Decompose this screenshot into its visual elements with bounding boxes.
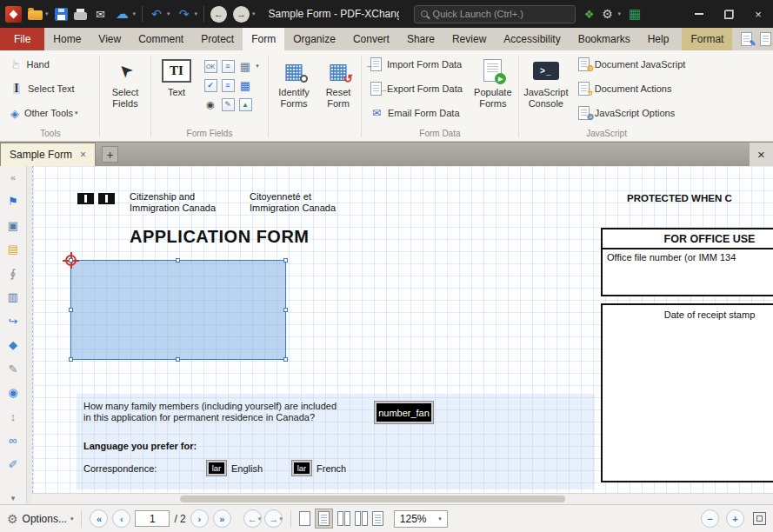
plugins-icon[interactable]: ❖ bbox=[582, 6, 597, 22]
sessions-grid-icon[interactable]: ▦ bbox=[627, 6, 643, 22]
resize-handle[interactable] bbox=[69, 308, 73, 312]
listbox-field-icon[interactable]: ≡ bbox=[222, 60, 235, 73]
select-fields-button[interactable]: ➤ Select Fields bbox=[102, 52, 149, 110]
scroll-view-button[interactable] bbox=[372, 511, 383, 526]
import-form-data-button[interactable]: → Import Form Data bbox=[363, 52, 470, 76]
resize-handle[interactable] bbox=[283, 258, 288, 263]
resize-handle[interactable] bbox=[176, 357, 180, 362]
fit-page-button[interactable] bbox=[753, 512, 766, 525]
other-tools-button[interactable]: ◈ Other Tools ▾ bbox=[3, 101, 97, 125]
hand-tool-button[interactable]: ☞ Hand bbox=[3, 52, 97, 76]
tab-format[interactable]: Format bbox=[682, 28, 732, 50]
text-field-button[interactable]: TI Text bbox=[153, 52, 200, 98]
document-javascript-button[interactable]: ⚙ Document JavaScript bbox=[571, 52, 693, 76]
two-page-view-button[interactable] bbox=[337, 511, 350, 526]
language-english-field[interactable]: lar bbox=[207, 461, 226, 475]
nav-back-icon[interactable]: ← bbox=[210, 6, 227, 23]
identify-forms-button[interactable]: ▦ Identify Forms bbox=[270, 52, 317, 110]
reset-form-button[interactable]: ▦↺ Reset Form bbox=[317, 52, 359, 110]
language-french-field[interactable]: lar bbox=[292, 461, 311, 475]
zoom-select[interactable]: 125% ▾ bbox=[394, 510, 448, 528]
email-icon[interactable]: ✉ bbox=[93, 6, 109, 22]
options-gear-icon[interactable]: ⚙ bbox=[7, 512, 18, 526]
resize-handle[interactable] bbox=[283, 308, 288, 312]
javascript-options-button[interactable]: ⚙ JavaScript Options bbox=[571, 101, 693, 125]
tab-bookmarks[interactable]: Bookmarks bbox=[570, 28, 639, 50]
print-icon[interactable] bbox=[74, 12, 87, 20]
first-page-button[interactable]: « bbox=[90, 509, 108, 528]
tab-file[interactable]: File bbox=[0, 28, 44, 50]
previous-page-button[interactable]: ‹ bbox=[112, 509, 130, 528]
settings-gear-icon[interactable]: ⚙ bbox=[600, 6, 616, 22]
tab-convert[interactable]: Convert bbox=[344, 28, 398, 50]
populate-forms-button[interactable]: ▶ Populate Forms bbox=[470, 52, 516, 110]
nav-forward-icon[interactable]: → bbox=[233, 6, 250, 23]
resize-handle[interactable] bbox=[69, 258, 73, 263]
resize-handle[interactable] bbox=[176, 258, 180, 263]
export-form-data-button[interactable]: → Export Form Data bbox=[363, 76, 470, 101]
zoom-in-button[interactable]: + bbox=[726, 509, 744, 528]
redo-caret-icon[interactable]: ▾ bbox=[195, 10, 198, 17]
javascript-console-button[interactable]: >_ JavaScript Console bbox=[521, 52, 571, 110]
3d-panel-icon[interactable]: ◆ bbox=[5, 338, 21, 352]
single-page-continuous-button[interactable] bbox=[315, 509, 333, 529]
page-number-input[interactable]: 1 bbox=[135, 510, 170, 527]
datagrid-field-icon[interactable]: ▦ bbox=[238, 59, 252, 73]
nav-caret-icon[interactable]: ▾ bbox=[252, 10, 256, 17]
close-document-button[interactable]: × bbox=[750, 143, 773, 166]
destinations-panel-icon[interactable]: ◉ bbox=[5, 386, 21, 400]
tab-form[interactable]: Form bbox=[243, 28, 284, 50]
highlight-panel-icon[interactable]: ✐ bbox=[5, 457, 21, 471]
tab-organize[interactable]: Organize bbox=[284, 28, 344, 50]
maximize-button[interactable] bbox=[714, 0, 743, 28]
document-export-icon[interactable]: → bbox=[760, 32, 771, 46]
tab-review[interactable]: Review bbox=[443, 28, 495, 50]
signature-field-icon[interactable]: ✎ bbox=[222, 98, 235, 111]
two-page-continuous-button[interactable] bbox=[355, 511, 368, 526]
options-label[interactable]: Options... bbox=[23, 513, 67, 525]
horizontal-scrollbar[interactable] bbox=[32, 493, 773, 504]
sidebar-scroll-down-icon[interactable]: ▾ bbox=[11, 494, 16, 502]
save-icon[interactable] bbox=[55, 8, 68, 21]
number-family-field[interactable]: number_fan bbox=[375, 402, 433, 423]
document-actions-button[interactable]: ϟ Document Actions bbox=[571, 76, 693, 101]
redo-icon[interactable]: ↷ bbox=[177, 6, 192, 22]
email-form-data-button[interactable]: ✉ Email Form Data bbox=[363, 101, 470, 125]
button-field-icon[interactable]: OK bbox=[204, 60, 217, 73]
pdf-page[interactable]: Citizenship and Immigration Canada Citoy… bbox=[32, 166, 773, 493]
document-edit-icon[interactable]: ✎ bbox=[741, 32, 752, 46]
resize-handle[interactable] bbox=[69, 357, 73, 362]
settings-caret-icon[interactable]: ▾ bbox=[618, 10, 622, 17]
content-panel-icon[interactable]: ▥ bbox=[5, 290, 21, 304]
single-page-view-button[interactable] bbox=[299, 511, 310, 526]
radio-field-icon[interactable]: ◉ bbox=[203, 97, 217, 111]
document-tab-close-icon[interactable]: × bbox=[80, 150, 86, 160]
tab-protect[interactable]: Protect bbox=[192, 28, 243, 50]
comments-panel-icon[interactable]: ▤ bbox=[5, 243, 21, 256]
checkbox-field-icon[interactable]: ✓ bbox=[204, 79, 217, 92]
form-fields-more-caret[interactable]: ▾ bbox=[256, 63, 259, 70]
next-view-caret[interactable]: ▾ bbox=[279, 515, 283, 522]
zoom-out-button[interactable]: − bbox=[701, 509, 719, 528]
close-button[interactable]: × bbox=[743, 0, 773, 28]
resize-handle[interactable] bbox=[283, 357, 288, 362]
undo-icon[interactable]: ↶ bbox=[149, 6, 164, 22]
tab-accessibility[interactable]: Accessibility bbox=[495, 28, 569, 50]
tab-view[interactable]: View bbox=[90, 28, 130, 50]
previous-view-caret[interactable]: ▾ bbox=[258, 515, 262, 522]
table-field-icon[interactable]: ▦ bbox=[238, 78, 252, 92]
menu-caret-icon[interactable]: ▾ bbox=[45, 10, 49, 17]
attachments-panel-icon[interactable]: ∮ bbox=[5, 266, 21, 280]
image-field-icon[interactable]: ▴ bbox=[239, 98, 252, 111]
tab-share[interactable]: Share bbox=[398, 28, 443, 50]
links-panel-icon[interactable]: ∞ bbox=[5, 434, 21, 448]
tab-home[interactable]: Home bbox=[44, 28, 90, 50]
new-tab-button[interactable]: + bbox=[102, 146, 118, 163]
fields-panel-icon[interactable]: ✎ bbox=[5, 362, 21, 376]
measure-panel-icon[interactable]: ↕ bbox=[5, 409, 21, 423]
tab-comment[interactable]: Comment bbox=[130, 28, 192, 50]
minimize-button[interactable] bbox=[684, 0, 714, 28]
menu-folder-icon[interactable] bbox=[28, 10, 43, 20]
export-panel-icon[interactable]: ↪ bbox=[5, 314, 21, 328]
cloud-caret-icon[interactable]: ▾ bbox=[133, 10, 137, 17]
